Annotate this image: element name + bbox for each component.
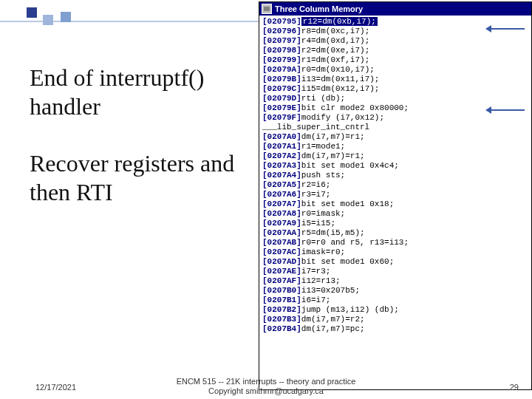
memory-instruction: i7=r3; — [301, 267, 331, 276]
memory-row[interactable]: [0207A7]bit set mode1 0x18; — [262, 200, 528, 209]
slide-decoration — [0, 0, 259, 66]
memory-row[interactable]: [0207A5]r2=i6; — [262, 180, 528, 190]
memory-address: [0207AB] — [262, 238, 301, 247]
memory-instruction: r2=dm(0xe,i7); — [301, 46, 369, 55]
decor-line — [0, 21, 259, 22]
heading-1: End of interruptf() handler — [30, 64, 251, 121]
memory-address: [0207B3] — [262, 315, 301, 324]
memory-address: [0207B0] — [262, 286, 301, 295]
memory-instruction: i5=i15; — [301, 219, 335, 228]
memory-instruction: i6=i7; — [301, 296, 331, 304]
memory-instruction: jump (m13,i12) (db); — [301, 305, 399, 314]
memory-instruction: r0=r0 and r5, r13=i13; — [301, 238, 409, 247]
memory-row[interactable]: [0207A2]dm(i7,m7)=r1; — [262, 151, 528, 161]
memory-row[interactable]: ___lib_super_int_cntrl — [262, 123, 528, 132]
memory-instruction: r5=dm(i5,m5); — [301, 228, 365, 237]
heading-2: Recover registers and then RTI — [30, 149, 251, 207]
memory-instruction: r1=dm(0xf,i7); — [301, 55, 369, 64]
memory-instruction: r1=mode1; — [301, 142, 345, 151]
memory-address: [020798] — [262, 46, 301, 55]
footer-page: 29 — [510, 383, 519, 392]
memory-row[interactable]: [0207A3]bit set mode1 0x4c4; — [262, 161, 528, 171]
memory-row[interactable]: [0207AC]imask=r0; — [262, 248, 528, 257]
memory-address: [02079F] — [262, 113, 301, 122]
memory-window: Three Column Memory [020795]r12=dm(0xb,i… — [259, 1, 532, 390]
memory-row[interactable]: [02079D]rti (db); — [262, 94, 528, 103]
memory-row[interactable]: [0207AE]i7=r3; — [262, 267, 528, 276]
memory-address: [0207A5] — [262, 180, 301, 189]
memory-address: [0207A7] — [262, 200, 301, 208]
memory-window-titlebar[interactable]: Three Column Memory — [259, 2, 531, 16]
memory-instruction: dm(i7,m7)=r1; — [301, 151, 365, 160]
memory-address: [0207AD] — [262, 257, 301, 266]
memory-instruction: dm(i7,m7)=r2; — [301, 315, 365, 324]
memory-address: [02079E] — [262, 103, 301, 112]
memory-instruction: i13=dm(0x11,i7); — [301, 75, 380, 83]
memory-address: [0207A9] — [262, 219, 301, 228]
memory-instruction: r2=i6; — [301, 180, 331, 189]
memory-address: [0207A6] — [262, 190, 301, 199]
memory-row[interactable]: [02079C]i15=dm(0x12,i7); — [262, 84, 528, 94]
memory-row[interactable]: [0207B3]dm(i7,m7)=r2; — [262, 315, 528, 324]
memory-row[interactable]: [0207A4]push sts; — [262, 171, 528, 180]
memory-address: [02079B] — [262, 75, 301, 83]
memory-instruction: rti (db); — [301, 94, 345, 103]
memory-row[interactable]: [0207B2]jump (m13,i12) (db); — [262, 305, 528, 315]
memory-listing[interactable]: [020795]r12=dm(0xb,i7);[020796]r8=dm(0xc… — [259, 16, 531, 335]
footer-center: ENCM 515 -- 21K interrupts -- theory and… — [126, 377, 406, 396]
memory-row[interactable]: [0207AB]r0=r0 and r5, r13=i13; — [262, 238, 528, 248]
memory-instruction: r4=dm(0xd,i7); — [301, 36, 369, 45]
memory-row[interactable]: [0207A0]dm(i7,m7)=r1; — [262, 132, 528, 142]
memory-address: [0207AE] — [262, 267, 301, 276]
memory-row[interactable]: [020797]r4=dm(0xd,i7); — [262, 36, 528, 46]
memory-address: [020797] — [262, 36, 301, 45]
memory-instruction: r0=dm(0x10,i7); — [301, 65, 375, 74]
memory-instruction: modify (i7,0x12); — [301, 113, 384, 122]
memory-row[interactable]: [02079A]r0=dm(0x10,i7); — [262, 65, 528, 75]
memory-address: [0207A4] — [262, 171, 301, 180]
memory-instruction: dm(i7,m7)=pc; — [301, 324, 365, 333]
memory-row[interactable]: [0207B1]i6=i7; — [262, 296, 528, 305]
footer-line2: Copyright smithmr@ucalgary.ca — [208, 386, 324, 395]
memory-address: [020796] — [262, 27, 301, 35]
window-sys-icon[interactable] — [262, 4, 272, 14]
memory-row[interactable]: [0207B0]i13=0x207b5; — [262, 286, 528, 296]
footer-line1: ENCM 515 -- 21K interrupts -- theory and… — [177, 377, 356, 386]
memory-row[interactable]: [0207A8]r0=imask; — [262, 209, 528, 219]
memory-address: [0207A2] — [262, 151, 301, 160]
memory-address: [0207A3] — [262, 161, 301, 170]
decor-square — [27, 7, 37, 18]
memory-row[interactable]: [0207A9]i5=i15; — [262, 219, 528, 228]
memory-address: [020795] — [262, 17, 301, 26]
memory-row[interactable]: [02079F]modify (i7,0x12); — [262, 113, 528, 123]
memory-row[interactable]: [0207B4]dm(i7,m7)=pc; — [262, 324, 528, 334]
memory-row[interactable]: [0207A1]r1=mode1; — [262, 142, 528, 151]
memory-address: [020799] — [262, 55, 301, 64]
memory-instruction: i12=r13; — [301, 276, 341, 285]
memory-address: [0207B4] — [262, 324, 301, 333]
slide-body: End of interruptf() handler Recover regi… — [30, 64, 251, 207]
memory-row[interactable]: [0207AD]bit set mode1 0x60; — [262, 257, 528, 267]
memory-row[interactable]: [020799]r1=dm(0xf,i7); — [262, 55, 528, 65]
memory-address: [0207A0] — [262, 132, 301, 141]
memory-instruction: r0=imask; — [301, 209, 345, 218]
memory-row[interactable]: [020798]r2=dm(0xe,i7); — [262, 46, 528, 55]
memory-window-title: Three Column Memory — [275, 4, 363, 13]
memory-row[interactable]: [0207AA]r5=dm(i5,m5); — [262, 228, 528, 238]
memory-row[interactable]: [0207A6]r3=i7; — [262, 190, 528, 200]
memory-instruction: i13=0x207b5; — [301, 286, 360, 295]
memory-row[interactable]: [0207AF]i12=r13; — [262, 276, 528, 286]
memory-address: [02079C] — [262, 84, 301, 93]
memory-address: [02079D] — [262, 94, 301, 103]
memory-address: [0207A8] — [262, 209, 301, 218]
annotation-arrow — [488, 109, 525, 111]
memory-address: [0207B2] — [262, 305, 301, 314]
memory-instruction: bit set mode1 0x4c4; — [301, 161, 399, 170]
memory-instruction: bit set mode1 0x60; — [301, 257, 394, 266]
slide: End of interruptf() handler Recover regi… — [0, 0, 532, 399]
memory-row[interactable]: [02079B]i13=dm(0x11,i7); — [262, 75, 528, 84]
memory-instruction: ___lib_super_int_cntrl — [262, 123, 369, 132]
memory-address: [0207B1] — [262, 296, 301, 304]
decor-square — [61, 12, 71, 22]
memory-instruction: push sts; — [301, 171, 345, 180]
